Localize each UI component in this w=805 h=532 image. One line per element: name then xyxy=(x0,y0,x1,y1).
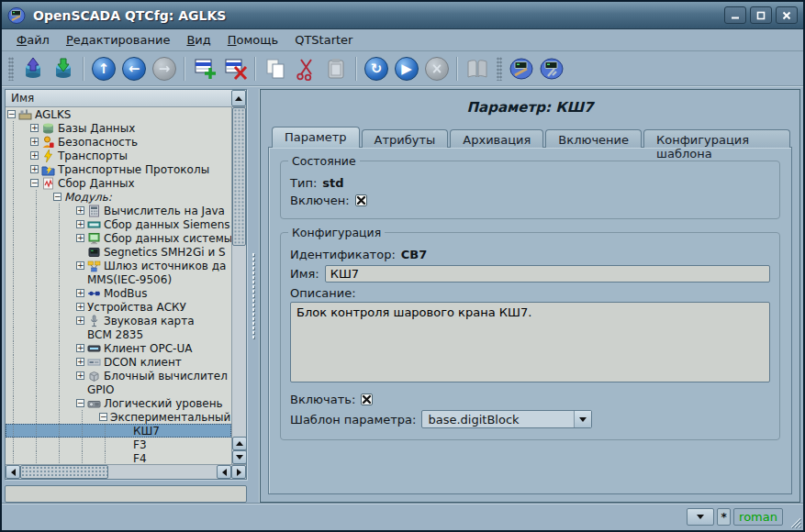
load-from-db-icon[interactable] xyxy=(19,55,47,83)
resize-grip-icon[interactable] xyxy=(788,515,801,528)
menu-edit[interactable]: Редактирование xyxy=(59,31,177,49)
tree-horizontal-scrollbar[interactable] xyxy=(6,464,246,479)
copy-icon[interactable] xyxy=(262,55,289,83)
template-combobox[interactable]: base.digitBlock xyxy=(421,410,592,428)
name-input[interactable] xyxy=(325,265,770,283)
save-to-db-icon[interactable] xyxy=(50,55,77,83)
expand-icon[interactable]: + xyxy=(76,206,84,215)
collapse-icon[interactable]: − xyxy=(30,179,39,187)
collapse-icon[interactable]: − xyxy=(7,110,16,118)
expand-icon[interactable]: + xyxy=(30,124,39,132)
to-enable-checkbox[interactable] xyxy=(361,393,373,405)
tree-item[interactable]: −Сбор Данных xyxy=(6,176,231,190)
forward-icon[interactable]: → xyxy=(151,55,178,83)
delete-item-icon[interactable] xyxy=(221,55,249,83)
tab-enable[interactable]: Включение xyxy=(545,129,642,148)
paste-icon[interactable] xyxy=(322,55,350,83)
tree-item[interactable]: +Клиент OPC-UA xyxy=(6,341,231,355)
tree-item[interactable]: −Логический уровень xyxy=(6,396,231,410)
tab-template-config[interactable]: Конфигурация шаблона xyxy=(643,129,790,148)
tree-item[interactable]: +Звуковая карта xyxy=(6,314,231,327)
tree-item[interactable]: +Шлюз источников да xyxy=(6,259,231,272)
hscroll-left-button2[interactable] xyxy=(217,465,231,479)
hscroll-thumb[interactable] xyxy=(20,465,108,479)
expand-icon[interactable]: + xyxy=(76,261,84,270)
tree-item[interactable]: +Безопасность xyxy=(6,135,231,149)
tree-item[interactable]: +ModBus xyxy=(6,286,231,300)
add-item-icon[interactable] xyxy=(191,55,218,83)
menu-file[interactable]: Файл xyxy=(9,31,57,49)
hscroll-right-button[interactable] xyxy=(231,465,246,479)
tree-item[interactable]: −Экспериментальный xyxy=(6,410,231,424)
menu-qtstarter[interactable]: QTStarter xyxy=(287,31,360,49)
splitter-handle[interactable] xyxy=(247,89,260,503)
tree-item[interactable]: +Сбор данных Siemens xyxy=(6,217,231,231)
tree-item[interactable]: MMS(IEC-9506) xyxy=(6,272,231,286)
tree-item[interactable]: Segnetics SMH2Gi и S xyxy=(6,245,231,259)
tree-vertical-scrollbar[interactable] xyxy=(231,107,246,464)
tree-guide xyxy=(13,314,28,327)
collapse-icon[interactable]: − xyxy=(53,193,61,201)
hscroll-left-button[interactable] xyxy=(6,465,20,479)
menu-help[interactable]: Помощь xyxy=(220,31,285,49)
expand-icon[interactable]: + xyxy=(76,316,84,325)
combo-dropdown-icon[interactable] xyxy=(574,411,591,427)
tree-item[interactable]: +Транспортные Протоколы xyxy=(6,162,231,176)
up-icon[interactable]: ↑ xyxy=(90,55,117,83)
tree-item[interactable]: BCM 2835 xyxy=(6,327,231,341)
vscroll-down-button[interactable] xyxy=(232,450,247,464)
tree-item[interactable]: −Модуль: xyxy=(6,190,231,204)
tree-item[interactable]: +Сбор данных системы xyxy=(6,231,231,245)
close-button[interactable] xyxy=(776,6,798,24)
tree-header[interactable]: Имя xyxy=(6,90,231,106)
maximize-button[interactable] xyxy=(750,6,772,24)
expand-icon[interactable]: + xyxy=(76,234,84,242)
minimize-button[interactable] xyxy=(724,6,746,24)
titlebar[interactable]: OpenSCADA QTCfg: AGLKS xyxy=(2,2,803,29)
status-dropdown-button[interactable] xyxy=(687,508,714,526)
tree-item[interactable]: GPIO xyxy=(6,382,231,396)
stop-icon[interactable]: × xyxy=(423,55,451,83)
expand-icon[interactable]: + xyxy=(30,138,39,146)
manual-icon[interactable] xyxy=(464,55,491,83)
toolbar-drag-handle[interactable] xyxy=(497,57,502,81)
vscroll-thumb[interactable] xyxy=(232,107,246,246)
toolbar-drag-handle[interactable] xyxy=(8,57,14,81)
start-icon[interactable]: ▶ xyxy=(393,55,420,83)
tree-item[interactable]: +Базы Данных xyxy=(6,121,231,135)
expand-icon[interactable]: + xyxy=(30,165,39,173)
expand-icon[interactable]: + xyxy=(76,358,84,366)
expand-icon[interactable]: + xyxy=(30,151,39,160)
menu-view[interactable]: Вид xyxy=(179,31,218,49)
tab-archiving[interactable]: Архивация xyxy=(450,129,543,148)
tree-filter-input[interactable] xyxy=(5,485,247,503)
expand-icon[interactable]: + xyxy=(76,371,84,380)
tree-item[interactable]: +Устройства АСКУ xyxy=(6,300,231,314)
tree-item[interactable]: +Транспорты xyxy=(6,149,231,162)
tree-item[interactable]: +Вычислитель на Java xyxy=(6,204,231,217)
enabled-checkbox[interactable] xyxy=(355,194,367,206)
collapse-icon[interactable]: − xyxy=(99,413,107,421)
tree-item[interactable]: −AGLKS xyxy=(6,107,231,121)
vscroll-up-button[interactable] xyxy=(232,437,247,450)
refresh-icon[interactable]: ↻ xyxy=(363,55,390,83)
tree-item[interactable]: F3 xyxy=(6,438,231,451)
expand-icon[interactable]: + xyxy=(76,344,84,352)
status-star-button[interactable]: * xyxy=(717,508,731,526)
tree-item[interactable]: +DCON клиент xyxy=(6,355,231,369)
collapse-icon[interactable]: − xyxy=(76,399,84,407)
tab-parameter[interactable]: Параметр xyxy=(272,127,360,148)
cut-icon[interactable] xyxy=(292,55,319,83)
qtstarter-qtvision-icon[interactable] xyxy=(538,55,565,83)
tree-item-selected[interactable]: КШ7 xyxy=(6,424,231,438)
description-textarea[interactable]: Блок контроля шарового крана КШ7. xyxy=(290,302,770,382)
qtstarter-qtcfg-icon[interactable] xyxy=(508,55,535,83)
back-icon[interactable]: ← xyxy=(120,55,148,83)
tree-item[interactable]: +Блочный вычислител xyxy=(6,369,231,382)
tab-attributes[interactable]: Атрибуты xyxy=(362,129,449,148)
tree-scroll-up-button[interactable] xyxy=(231,90,246,106)
expand-icon[interactable]: + xyxy=(76,289,84,297)
expand-icon[interactable]: + xyxy=(76,303,84,311)
expand-icon[interactable]: + xyxy=(76,220,84,228)
tree-item[interactable]: F4 xyxy=(6,451,231,464)
